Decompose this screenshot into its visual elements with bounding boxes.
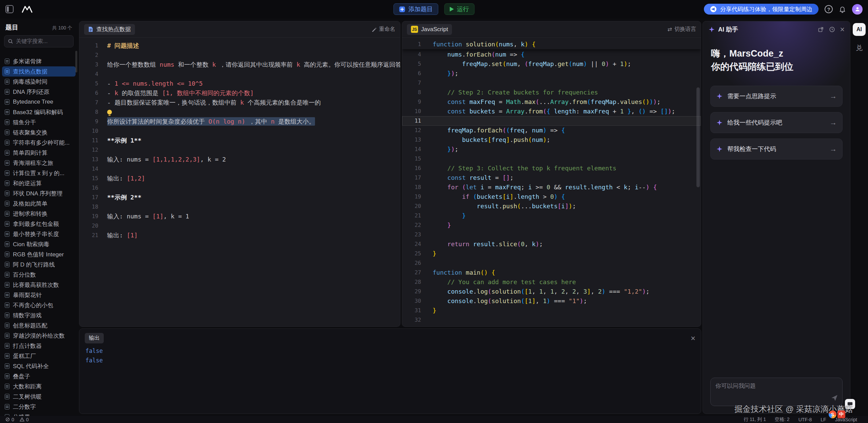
file-icon <box>5 181 9 186</box>
editor-lines[interactable]: 4 nums.forEach(num => {5 freqMap.set(num… <box>402 49 701 325</box>
ai-question-input[interactable] <box>715 382 837 400</box>
promo-banner[interactable]: 分享代码练习体验，领限量定制周边 <box>704 4 818 15</box>
sidebar-item[interactable]: Base32 编码和解码 <box>2 107 76 117</box>
sidebar-item[interactable]: Bytedance Tree <box>2 97 76 107</box>
language-tab[interactable]: JS JavaScript <box>407 24 452 35</box>
problem-lines[interactable]: 1# 问题描述23给你一个整数数组 nums 和一个整数 k ，请你返回其中出现… <box>79 38 400 240</box>
sidebar-item[interactable]: 查找热点数据 <box>2 66 76 77</box>
sidebar-item[interactable]: 打点计数器 <box>2 341 76 351</box>
line-number: 9 <box>79 117 98 126</box>
line-number: 8 <box>79 107 98 117</box>
ai-suggestion-card[interactable]: 需要一点思路提示→ <box>710 86 843 107</box>
history-icon[interactable] <box>829 26 835 33</box>
close-ai-panel-icon[interactable]: × <box>840 26 845 34</box>
sidebar-item[interactable]: DNA 序列还原 <box>2 87 76 97</box>
close-output-icon[interactable]: × <box>691 334 695 342</box>
sidebar-item[interactable]: 猜数字游戏 <box>2 310 76 320</box>
sidebar-item[interactable]: 分糖果 <box>2 412 76 416</box>
sidebar-item[interactable]: 多米诺骨牌 <box>2 56 76 66</box>
line-content: **示例 2** <box>98 193 141 202</box>
sidebar-item[interactable]: 和的逆运算 <box>2 178 76 188</box>
sidebar-item[interactable]: 阿 D 的飞行路线 <box>2 259 76 270</box>
sidebar-item[interactable]: 青海湖租车之旅 <box>2 158 76 168</box>
sidebar-item[interactable]: 拿到最多红包金额 <box>2 219 76 229</box>
sidebar-item[interactable]: Cion 勒索病毒 <box>2 239 76 249</box>
ai-suggestion-label: 给我一些代码提示吧 <box>727 119 782 127</box>
sidebar-item[interactable]: 字符串有多少种可能... <box>2 138 76 148</box>
send-icon[interactable] <box>831 394 838 403</box>
code-line: 12 freqMap.forEach((freq, num) => { <box>402 126 701 135</box>
warnings-indicator[interactable]: 0 <box>20 417 29 422</box>
sidebar-item[interactable]: 创意标题匹配 <box>2 320 76 331</box>
editor-scrollbar[interactable] <box>696 87 700 187</box>
sidebar-item-label: 查找热点数据 <box>13 68 47 76</box>
line-number: 8 <box>402 88 421 97</box>
file-icon <box>5 221 9 227</box>
run-button[interactable]: 运行 <box>445 3 475 15</box>
file-icon <box>5 69 9 74</box>
sidebar-item[interactable]: 简单四则计算 <box>2 148 76 158</box>
rename-button[interactable]: 重命名 <box>372 26 395 33</box>
encoding-setting[interactable]: UTF-8 <box>798 417 812 422</box>
file-icon <box>5 109 9 115</box>
sidebar-item[interactable]: 猫鱼分干 <box>2 117 76 127</box>
sidebar-item[interactable]: 链表聚集交换 <box>2 127 76 138</box>
sidebar-item[interactable]: 计算位置 x 到 y 的... <box>2 168 76 178</box>
sidebar-item[interactable]: 及格如此简单 <box>2 198 76 209</box>
file-icon <box>5 140 9 145</box>
sidebar-item-label: 比赛最高获胜次数 <box>13 281 59 289</box>
redeem-button[interactable]: 兑 <box>853 41 866 54</box>
sidebar-item[interactable]: 暴雨梨花针 <box>2 290 76 300</box>
line-content: for (let i = maxFreq; i >= 0 && result.l… <box>421 183 657 192</box>
sidebar-item[interactable]: SQL 代码补全 <box>2 361 76 371</box>
code-line: 20 result.push(...buckets[i]); <box>402 202 701 211</box>
sidebar-item[interactable]: 不再贪心的小包 <box>2 300 76 310</box>
sidebar-item[interactable]: 进制求和转换 <box>2 209 76 219</box>
search-input[interactable] <box>16 38 70 44</box>
cursor-position[interactable]: 行 11, 列 1 <box>744 417 766 423</box>
sidebar-item[interactable]: 大数和距离 <box>2 381 76 392</box>
indentation-setting[interactable]: 空格: 2 <box>775 417 790 423</box>
line-content <box>98 202 107 212</box>
ai-suggestion-card[interactable]: 帮我检查一下代码→ <box>710 139 843 160</box>
sidebar-item[interactable]: 比赛最高获胜次数 <box>2 280 76 290</box>
code-line: 26 <box>402 258 701 268</box>
errors-indicator[interactable]: 0 <box>5 417 14 422</box>
output-tab[interactable]: 输出 <box>85 333 104 343</box>
eol-setting[interactable]: LF <box>821 417 826 422</box>
sidebar-item[interactable]: 最小替换子串长度 <box>2 229 76 239</box>
notifications-bell-icon[interactable] <box>839 6 846 13</box>
line-number: 21 <box>79 231 98 240</box>
ai-assistant-launcher[interactable]: AI <box>853 23 866 36</box>
code-line: 5 freqMap.set(num, (freqMap.get(num) || … <box>402 59 701 69</box>
open-in-window-icon[interactable] <box>818 26 824 33</box>
sidebar-item[interactable]: 蛋糕工厂 <box>2 351 76 361</box>
sidebar-item[interactable]: 穿越沙漠的补给次数 <box>2 331 76 341</box>
switch-language-button[interactable]: ⇄ 切换语言 <box>668 26 696 33</box>
sidebar-item[interactable]: 叠盘子 <box>2 371 76 381</box>
line-number: 16 <box>79 183 98 193</box>
problem-tab[interactable]: 查找热点数据 <box>84 24 135 35</box>
sidebar-item[interactable]: 二分数字 <box>2 402 76 412</box>
file-icon <box>5 313 9 318</box>
line-content <box>421 258 433 268</box>
sidebar-scrollbar[interactable] <box>75 51 77 72</box>
line-content: 输入: nums = [1], k = 1 <box>98 212 189 221</box>
sogou-icon: S <box>829 410 836 418</box>
sidebar-toggle-icon[interactable] <box>5 5 14 13</box>
help-icon[interactable]: ? <box>825 5 833 13</box>
line-content <box>421 230 433 239</box>
line-content: // You can add more test cases here <box>421 277 576 287</box>
sidebar-item[interactable]: 百分位数 <box>2 270 76 280</box>
ai-suggestions: 需要一点思路提示→给我一些代码提示吧→帮我检查一下代码→ <box>703 73 850 160</box>
sidebar-item[interactable]: 环状 DNA 序列整理 <box>2 188 76 198</box>
add-problem-button[interactable]: 添加题目 <box>394 3 438 15</box>
code-line: 11**示例 1** <box>79 136 400 145</box>
warning-triangle-icon <box>20 417 24 422</box>
code-line: 28 // You can add more test cases here <box>402 277 701 287</box>
sidebar-item[interactable]: 病毒感染时间 <box>2 77 76 87</box>
sidebar-item[interactable]: RGB 色值转 Integer <box>2 249 76 259</box>
user-avatar[interactable] <box>852 4 863 15</box>
sidebar-item[interactable]: 二叉树供暖 <box>2 392 76 402</box>
ai-suggestion-card[interactable]: 给我一些代码提示吧→ <box>710 112 843 133</box>
